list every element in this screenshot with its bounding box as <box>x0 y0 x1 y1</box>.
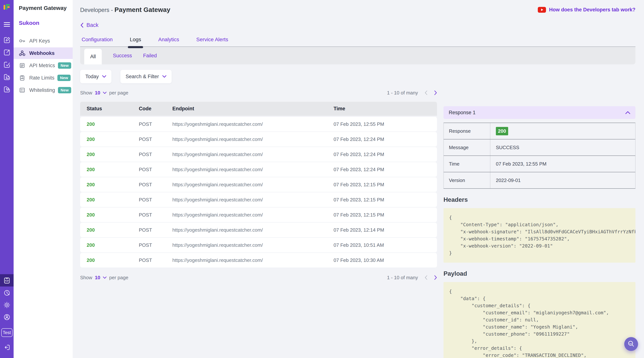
tab-logs[interactable]: Logs <box>130 37 141 46</box>
user-icon <box>3 314 10 321</box>
pagination-prev-icon[interactable] <box>425 275 428 280</box>
per-page-label: per page <box>109 275 128 281</box>
clipboard-code-icon <box>4 277 10 284</box>
cell-status: 200 <box>87 257 139 263</box>
tab-bar: Configuration Logs Analytics Service Ale… <box>82 37 228 46</box>
cell-endpoint: https://yogeshmiglani.requestcatcher.com… <box>172 242 334 248</box>
table-row[interactable]: 200 POST https://yogeshmiglani.requestca… <box>80 147 437 162</box>
cell-code: POST <box>139 182 172 188</box>
chevron-down-icon[interactable] <box>103 92 106 94</box>
payload-section-title: Payload <box>444 270 636 277</box>
logout-button[interactable] <box>0 341 14 353</box>
pagination-next-icon[interactable] <box>434 90 437 95</box>
column-status: Status <box>87 106 139 112</box>
chevron-down-icon[interactable] <box>103 276 106 279</box>
filter-tab-failed[interactable]: Failed <box>143 53 157 59</box>
page-size-value[interactable]: 10 <box>95 275 100 281</box>
cell-endpoint: https://yogeshmiglani.requestcatcher.com… <box>172 136 334 142</box>
help-video-link[interactable]: How does the Developers tab work? <box>538 7 636 13</box>
rail-item-edit[interactable] <box>0 34 14 46</box>
field-row-time: Time 07 Feb 2023, 12:55 PM <box>444 155 635 172</box>
key-icon <box>19 39 26 43</box>
sidebar-item-rate-limits[interactable]: Rate Limits New <box>14 72 73 84</box>
cell-time: 07 Feb 2023, 12:15 PM <box>334 197 437 203</box>
chevron-down-icon <box>162 75 166 78</box>
per-page-label: per page <box>109 90 128 96</box>
pagination-prev-icon[interactable] <box>425 90 428 95</box>
edit-box-icon <box>3 37 10 44</box>
main-content: Developers - Payment Gateway How does th… <box>73 0 644 358</box>
rail-item-history[interactable] <box>0 287 14 299</box>
cell-time: 07 Feb 2023, 10:51 AM <box>334 242 437 248</box>
new-badge: New <box>58 75 70 81</box>
pagination-range: 1 - 10 of many <box>387 90 418 96</box>
payload-code-block: { "data": { "customer_details": { "custo… <box>444 282 636 358</box>
rail-item-export[interactable] <box>0 47 14 58</box>
cell-time: 07 Feb 2023, 12:15 PM <box>334 182 437 188</box>
response-fields-table: Response 200 Message SUCCESS Time 07 Feb… <box>444 123 636 189</box>
response-accordion-header[interactable]: Response 1 <box>444 106 636 119</box>
tab-analytics[interactable]: Analytics <box>158 37 179 46</box>
rail-item-settings[interactable] <box>0 299 14 311</box>
cell-endpoint: https://yogeshmiglani.requestcatcher.com… <box>172 121 334 127</box>
cell-endpoint: https://yogeshmiglani.requestcatcher.com… <box>172 257 334 263</box>
sidebar-item-whitelisting[interactable]: Whitelisting New <box>14 84 73 96</box>
test-mode-button[interactable]: Test <box>1 328 12 337</box>
support-search-fab[interactable] <box>624 337 638 351</box>
filter-tab-success[interactable]: Success <box>113 53 132 59</box>
clock-icon <box>3 289 10 296</box>
rail-item-developers-active[interactable] <box>0 274 14 286</box>
date-filter-dropdown[interactable]: Today <box>80 70 112 83</box>
table-row[interactable]: 200 POST https://yogeshmiglani.requestca… <box>80 253 437 267</box>
table-row[interactable]: 200 POST https://yogeshmiglani.requestca… <box>80 208 437 222</box>
table-row[interactable]: 200 POST https://yogeshmiglani.requestca… <box>80 177 437 192</box>
tab-service-alerts[interactable]: Service Alerts <box>196 37 228 46</box>
search-box-icon <box>3 86 10 93</box>
menu-toggle-button[interactable] <box>0 19 14 30</box>
rail-item-lookup[interactable] <box>0 84 14 95</box>
table-row[interactable]: 200 POST https://yogeshmiglani.requestca… <box>80 117 437 131</box>
cell-code: POST <box>139 151 172 157</box>
youtube-icon <box>538 7 546 13</box>
table-row[interactable]: 200 POST https://yogeshmiglani.requestca… <box>80 238 437 252</box>
breadcrumb: Developers - Payment Gateway <box>80 6 170 14</box>
sidebar-item-api-metrics[interactable]: API Metrics New <box>14 60 73 71</box>
magnifier-smile-icon <box>627 340 635 348</box>
rail-item-refresh[interactable] <box>0 71 14 83</box>
rail-item-account[interactable] <box>0 311 14 323</box>
table-row[interactable]: 200 POST https://yogeshmiglani.requestca… <box>80 193 437 207</box>
cell-code: POST <box>139 212 172 218</box>
cell-code: POST <box>139 257 172 263</box>
tab-configuration[interactable]: Configuration <box>82 37 113 46</box>
table-row[interactable]: 200 POST https://yogeshmiglani.requestca… <box>80 162 437 177</box>
log-filter-strip: All Success Failed <box>80 47 636 64</box>
headers-section-title: Headers <box>444 196 636 203</box>
chevron-up-icon[interactable] <box>625 111 630 114</box>
sidebar-item-label: API Keys <box>29 38 50 44</box>
rail-item-checklist[interactable] <box>0 59 14 71</box>
show-label: Show <box>80 275 92 281</box>
field-label: Message <box>444 139 490 155</box>
page-size-value[interactable]: 10 <box>95 90 100 96</box>
response-title: Response 1 <box>449 110 476 116</box>
search-filter-dropdown[interactable]: Search & Filter <box>120 70 172 83</box>
webhook-icon <box>19 50 26 56</box>
cell-status: 200 <box>87 212 139 218</box>
filter-tab-all[interactable]: All <box>84 49 102 64</box>
app-title: Payment Gateway <box>14 0 73 11</box>
gear-icon <box>3 301 10 308</box>
pagination-next-icon[interactable] <box>434 275 437 280</box>
pagination-range: 1 - 10 of many <box>387 275 418 281</box>
cell-code: POST <box>139 136 172 142</box>
clipboard-pulse-icon <box>19 75 26 81</box>
sidebar-item-webhooks[interactable]: Webhooks <box>14 47 73 59</box>
cell-time: 07 Feb 2023, 12:24 PM <box>334 151 437 157</box>
sidebar-menu: API Keys Webhooks API Metrics New <box>14 35 73 96</box>
headers-code-block: { "Content-Type": "application/json", "x… <box>444 208 636 263</box>
sidebar-item-api-keys[interactable]: API Keys <box>14 35 73 47</box>
org-name[interactable]: Sukoon <box>19 20 73 26</box>
table-row[interactable]: 200 POST https://yogeshmiglani.requestca… <box>80 223 437 237</box>
table-row[interactable]: 200 POST https://yogeshmiglani.requestca… <box>80 132 437 146</box>
pagination-row-top: Show 10 per page 1 - 10 of many <box>80 88 437 97</box>
back-button[interactable]: Back <box>80 22 98 28</box>
